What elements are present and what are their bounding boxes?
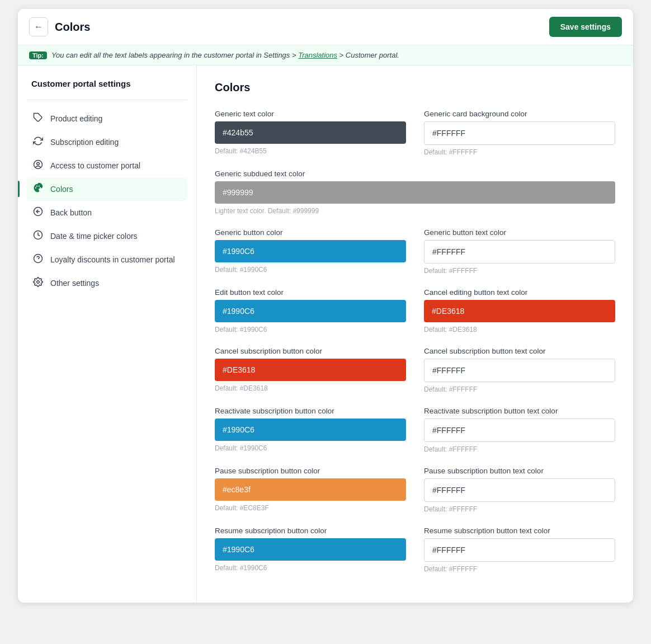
color-field-cancel-editing-button-text-color: Cancel editing button text color#DE3618D… (424, 288, 615, 333)
sidebar: Customer portal settings Product editing (18, 65, 197, 603)
tip-bar: Tip: You can edit all the text labels ap… (18, 45, 633, 65)
sidebar-item-other-settings[interactable]: Other settings (27, 271, 187, 295)
color-field-pause-subscription-button-text-color: Pause subscription button text color#FFF… (424, 467, 615, 513)
tip-badge: Tip: (29, 51, 47, 59)
color-default-reactivate-subscription-button-text-color: Default: #FFFFFF (424, 445, 615, 453)
gear-icon (32, 277, 44, 289)
sidebar-label-subscription-editing: Subscription editing (50, 138, 119, 147)
color-swatch-resume-subscription-button-text-color[interactable]: #FFFFFF (424, 538, 615, 562)
color-default-pause-subscription-button-color: Default: #EC8E3F (215, 504, 406, 512)
sidebar-label-back-button: Back button (50, 208, 92, 217)
sidebar-label-colors: Colors (50, 185, 73, 194)
color-label-resume-subscription-button-text-color: Resume subscription button text color (424, 527, 615, 535)
color-default-generic-subdued-text-color: Lighter text color. Default: #999999 (215, 207, 615, 215)
tag-circle-icon (32, 253, 44, 266)
color-default-cancel-subscription-button-text-color: Default: #FFFFFF (424, 386, 615, 393)
translations-link[interactable]: Translations (298, 51, 337, 59)
clock-circle-icon (32, 230, 44, 242)
color-default-generic-text-color: Default: #424B55 (215, 147, 406, 155)
color-swatch-reactivate-subscription-button-text-color[interactable]: #FFFFFF (424, 419, 615, 442)
color-swatch-generic-text-color[interactable]: #424b55 (215, 121, 406, 144)
sidebar-item-subscription-editing[interactable]: Subscription editing (27, 130, 187, 154)
color-label-reactivate-subscription-button-color: Reactivate subscription button color (215, 407, 406, 415)
color-field-cancel-subscription-button-text-color: Cancel subscription button text color#FF… (424, 347, 615, 393)
color-field-resume-subscription-button-text-color: Resume subscription button text color#FF… (424, 527, 615, 573)
color-swatch-edit-button-text-color[interactable]: #1990C6 (215, 300, 406, 322)
color-label-cancel-subscription-button-text-color: Cancel subscription button text color (424, 347, 615, 355)
color-field-cancel-subscription-button-color: Cancel subscription button color#DE3618D… (215, 347, 406, 393)
sidebar-item-back-button[interactable]: Back button (27, 201, 187, 224)
page-title: Colors (55, 21, 90, 34)
page-wrapper: ← Colors Save settings Tip: You can edit… (18, 9, 633, 603)
arrow-circle-icon (32, 206, 44, 219)
color-swatch-cancel-subscription-button-color[interactable]: #DE3618 (215, 359, 406, 381)
color-default-cancel-editing-button-text-color: Default: #DE3618 (424, 326, 615, 333)
color-field-reactivate-subscription-button-color: Reactivate subscription button color#199… (215, 407, 406, 453)
color-swatch-cancel-editing-button-text-color[interactable]: #DE3618 (424, 300, 615, 322)
color-field-pause-subscription-button-color: Pause subscription button color#ec8e3fDe… (215, 467, 406, 513)
color-field-edit-button-text-color: Edit button text color#1990C6Default: #1… (215, 288, 406, 333)
palette-icon (32, 183, 44, 195)
color-label-generic-button-color: Generic button color (215, 228, 406, 237)
color-default-reactivate-subscription-button-color: Default: #1990C6 (215, 444, 406, 452)
color-swatch-generic-button-color[interactable]: #1990C6 (215, 240, 406, 262)
sidebar-divider (27, 100, 187, 100)
sidebar-title: Customer portal settings (27, 79, 187, 100)
color-field-generic-subdued-text-color: Generic subdued text color#999999Lighter… (215, 170, 615, 215)
sidebar-item-access-customer-portal[interactable]: Access to customer portal (27, 154, 187, 177)
color-default-resume-subscription-button-color: Default: #1990C6 (215, 564, 406, 572)
color-label-pause-subscription-button-color: Pause subscription button color (215, 467, 406, 475)
content-title: Colors (215, 81, 615, 94)
svg-point-8 (37, 281, 40, 284)
color-label-cancel-subscription-button-color: Cancel subscription button color (215, 347, 406, 355)
color-default-generic-card-bg-color: Default: #FFFFFF (424, 148, 615, 156)
color-swatch-resume-subscription-button-color[interactable]: #1990C6 (215, 538, 406, 561)
color-label-pause-subscription-button-text-color: Pause subscription button text color (424, 467, 615, 475)
header: ← Colors Save settings (18, 9, 633, 45)
color-label-resume-subscription-button-color: Resume subscription button color (215, 527, 406, 535)
sidebar-label-access-customer-portal: Access to customer portal (50, 161, 140, 170)
svg-point-2 (37, 162, 40, 165)
color-default-generic-button-color: Default: #1990C6 (215, 266, 406, 274)
header-left: ← Colors (29, 17, 90, 36)
color-default-edit-button-text-color: Default: #1990C6 (215, 326, 406, 333)
color-field-generic-button-text-color: Generic button text color#FFFFFFDefault:… (424, 228, 615, 275)
color-default-generic-button-text-color: Default: #FFFFFF (424, 267, 615, 275)
sidebar-label-date-time-picker: Date & time picker colors (50, 232, 138, 241)
tip-text: You can edit all the text labels appeari… (51, 51, 399, 59)
user-circle-icon (32, 159, 44, 172)
color-default-cancel-subscription-button-color: Default: #DE3618 (215, 384, 406, 392)
color-label-edit-button-text-color: Edit button text color (215, 288, 406, 297)
back-button[interactable]: ← (29, 17, 48, 36)
refresh-icon (32, 136, 44, 148)
tag-icon (32, 112, 44, 125)
color-swatch-generic-card-bg-color[interactable]: #FFFFFF (424, 121, 615, 145)
color-default-pause-subscription-button-text-color: Default: #FFFFFF (424, 505, 615, 513)
color-swatch-pause-subscription-button-color[interactable]: #ec8e3f (215, 478, 406, 501)
color-swatch-reactivate-subscription-button-color[interactable]: #1990C6 (215, 419, 406, 441)
color-field-generic-text-color: Generic text color#424b55Default: #424B5… (215, 110, 406, 156)
content-area: Colors Generic text color#424b55Default:… (197, 65, 633, 603)
color-label-cancel-editing-button-text-color: Cancel editing button text color (424, 288, 615, 297)
sidebar-item-colors[interactable]: Colors (27, 177, 187, 201)
sidebar-item-product-editing[interactable]: Product editing (27, 107, 187, 130)
sidebar-label-other-settings: Other settings (50, 279, 99, 288)
color-label-generic-subdued-text-color: Generic subdued text color (215, 170, 615, 178)
color-label-generic-text-color: Generic text color (215, 110, 406, 118)
save-settings-button[interactable]: Save settings (549, 17, 622, 37)
color-label-generic-card-bg-color: Generic card background color (424, 110, 615, 118)
color-label-generic-button-text-color: Generic button text color (424, 228, 615, 237)
main-layout: Customer portal settings Product editing (18, 65, 633, 603)
color-field-reactivate-subscription-button-text-color: Reactivate subscription button text colo… (424, 407, 615, 453)
sidebar-item-date-time-picker[interactable]: Date & time picker colors (27, 224, 187, 248)
sidebar-label-loyalty-discounts: Loyalty discounts in customer portal (50, 255, 175, 264)
color-swatch-generic-subdued-text-color[interactable]: #999999 (215, 181, 615, 204)
color-default-resume-subscription-button-text-color: Default: #FFFFFF (424, 565, 615, 573)
color-label-reactivate-subscription-button-text-color: Reactivate subscription button text colo… (424, 407, 615, 415)
sidebar-item-loyalty-discounts[interactable]: Loyalty discounts in customer portal (27, 248, 187, 271)
color-swatch-pause-subscription-button-text-color[interactable]: #FFFFFF (424, 478, 615, 502)
color-swatch-cancel-subscription-button-text-color[interactable]: #FFFFFF (424, 359, 615, 382)
color-swatch-generic-button-text-color[interactable]: #FFFFFF (424, 240, 615, 264)
color-field-generic-card-bg-color: Generic card background color#FFFFFFDefa… (424, 110, 615, 156)
color-field-resume-subscription-button-color: Resume subscription button color#1990C6D… (215, 527, 406, 573)
